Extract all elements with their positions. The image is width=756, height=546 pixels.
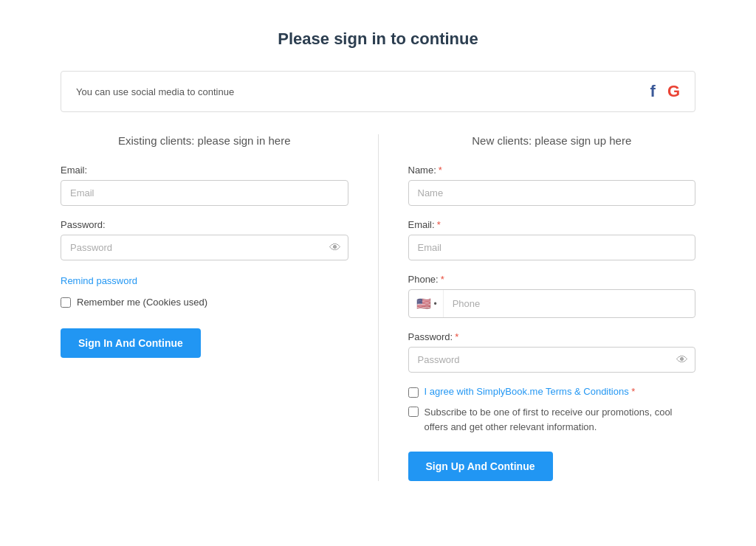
social-icons: f G — [650, 82, 680, 101]
signup-email-label: Email:* — [408, 219, 696, 230]
phone-input-wrapper: 🇺🇸 • — [408, 289, 696, 318]
page-title: Please sign in to continue — [278, 30, 478, 49]
signup-password-eye-icon[interactable]: 👁 — [676, 353, 688, 367]
signin-password-label: Password: — [61, 219, 348, 230]
signup-password-required-star: * — [455, 331, 458, 342]
remember-me-label: Remember me (Cookies used) — [77, 297, 207, 308]
subscribe-checkbox[interactable] — [408, 407, 419, 417]
signin-password-wrapper: 👁 — [61, 235, 348, 260]
phone-flag-selector[interactable]: 🇺🇸 • — [409, 290, 444, 317]
sign-in-panel: Existing clients: please sign in here Em… — [61, 134, 379, 481]
signup-phone-input[interactable] — [444, 291, 695, 316]
phone-flag-emoji: 🇺🇸 — [416, 297, 431, 311]
terms-label[interactable]: I agree with SimplyBook.me Terms & Condi… — [425, 386, 636, 397]
phone-flag-dot: • — [434, 299, 437, 309]
subscribe-checkbox-group: Subscribe to be one of first to receive … — [408, 405, 696, 434]
signin-password-group: Password: 👁 — [61, 219, 348, 260]
phone-required-star: * — [441, 274, 444, 285]
name-required-star: * — [439, 165, 442, 176]
sign-up-panel-title: New clients: please sign up here — [408, 134, 696, 147]
google-icon[interactable]: G — [667, 82, 680, 101]
facebook-icon[interactable]: f — [650, 82, 656, 101]
signup-name-group: Name:* — [408, 165, 696, 206]
terms-required-star: * — [629, 386, 636, 397]
terms-checkbox[interactable] — [408, 387, 419, 398]
sign-up-button-container: Sign Up And Continue — [408, 452, 696, 481]
terms-checkbox-group: I agree with SimplyBook.me Terms & Condi… — [408, 386, 696, 398]
signup-password-input[interactable] — [408, 347, 696, 373]
signin-password-eye-icon[interactable]: 👁 — [329, 241, 341, 255]
sign-in-button[interactable]: Sign In And Continue — [61, 328, 201, 358]
signup-password-wrapper: 👁 — [408, 347, 696, 373]
signup-email-group: Email:* — [408, 219, 696, 260]
forms-container: Existing clients: please sign in here Em… — [61, 134, 695, 481]
social-bar: You can use social media to continue f G — [61, 71, 695, 112]
signin-email-group: Email: — [61, 165, 348, 206]
remember-me-checkbox[interactable] — [61, 297, 71, 308]
signup-phone-label: Phone:* — [408, 274, 696, 285]
sign-up-button[interactable]: Sign Up And Continue — [408, 452, 553, 481]
signup-name-label: Name:* — [408, 165, 696, 176]
signup-name-input[interactable] — [408, 180, 696, 206]
signup-password-group: Password:* 👁 — [408, 331, 696, 373]
remember-me-group: Remember me (Cookies used) — [61, 297, 348, 308]
signin-email-label: Email: — [61, 165, 348, 176]
signup-email-input[interactable] — [408, 235, 696, 260]
signup-password-label: Password:* — [408, 331, 696, 342]
remind-password-link[interactable]: Remind password — [61, 274, 348, 297]
email-required-star: * — [437, 219, 441, 230]
signup-phone-group: Phone:* 🇺🇸 • — [408, 274, 696, 318]
subscribe-label: Subscribe to be one of first to receive … — [425, 405, 696, 434]
remind-password-text[interactable]: Remind password — [61, 275, 137, 286]
signin-password-input[interactable] — [61, 235, 348, 260]
sign-up-panel: New clients: please sign up here Name:* … — [379, 134, 696, 481]
social-bar-text: You can use social media to continue — [76, 86, 234, 97]
sign-in-panel-title: Existing clients: please sign in here — [61, 134, 348, 147]
signin-email-input[interactable] — [61, 180, 348, 206]
